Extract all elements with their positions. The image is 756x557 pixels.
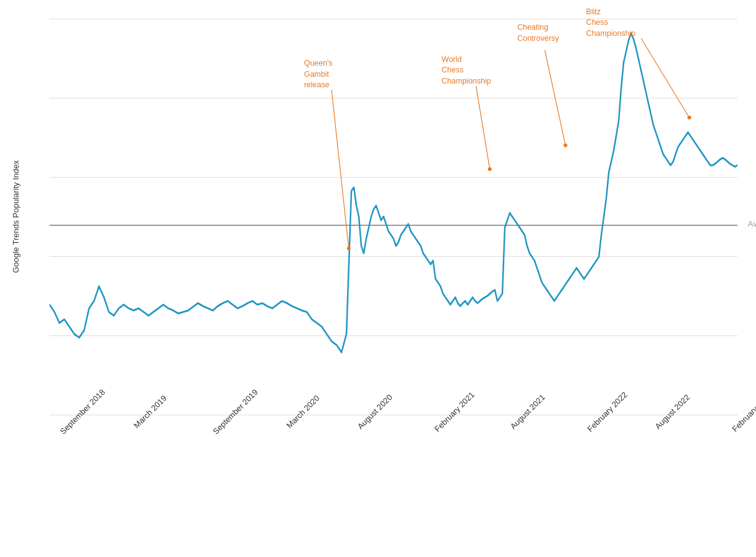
annotation-blitz-chess: BlitzChessChampionship [586, 7, 635, 40]
annotation-cheating: CheatingControversy [517, 22, 559, 44]
chart-svg [49, 19, 737, 415]
chart-container: Google Trends Popularity Index Average [0, 0, 756, 557]
avg-label: Average [748, 219, 756, 228]
annotation-world-chess: WorldChessChampionship [442, 54, 491, 87]
x-axis-labels: September 2018 March 2019 September 2019… [49, 408, 737, 520]
y-axis-label: Google Trends Popularity Index [11, 160, 22, 273]
chart-area: Average Queen'sGambitrelease WorldChessC… [49, 19, 737, 415]
svg-rect-0 [49, 19, 737, 415]
annotation-queens-gambit: Queen'sGambitrelease [304, 58, 332, 91]
trend-line [49, 33, 737, 353]
